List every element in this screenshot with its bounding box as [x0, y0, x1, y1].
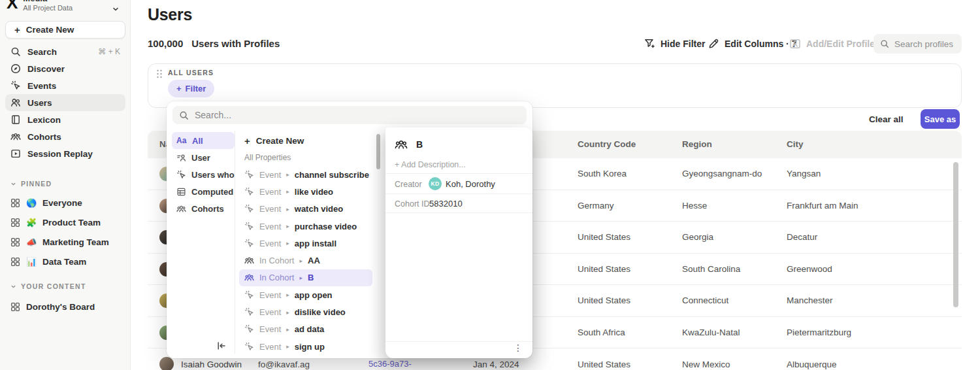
event-cursor-icon: [176, 170, 186, 180]
creator-label: Creator: [395, 180, 422, 189]
board-grid-icon: [10, 237, 20, 247]
sidebar-item-lexicon[interactable]: Lexicon: [5, 111, 125, 128]
sidebar-item-dorothys-board[interactable]: Dorothy's Board: [5, 297, 125, 316]
clear-all-button[interactable]: Clear all: [869, 114, 904, 124]
creator-avatar: KD: [429, 177, 442, 190]
plus-icon: +: [244, 136, 250, 146]
cohorts-icon: [395, 138, 408, 151]
avatar: [159, 357, 174, 370]
property-option-ad-data[interactable]: Event▸ad data: [239, 321, 372, 338]
category-cohorts[interactable]: Cohorts: [172, 200, 235, 217]
sidebar-item-everyone[interactable]: 🌎 Everyone: [5, 193, 125, 212]
cell-region: Georgia: [682, 222, 713, 253]
property-option-channel-subscribe[interactable]: Event▸channel subscribe: [239, 166, 372, 183]
divider: [385, 341, 532, 342]
property-option-dislike-video[interactable]: Event▸dislike video: [239, 303, 372, 320]
sidebar-item-search[interactable]: Search ⌘ + K: [5, 43, 125, 60]
dropdown-create-new[interactable]: + Create New: [239, 132, 372, 149]
board-grid-icon: [10, 257, 20, 267]
edit-columns-button[interactable]: Edit Columns · 7: [708, 38, 796, 49]
search-profiles-input[interactable]: [894, 39, 955, 49]
your-content-section-header[interactable]: YOUR CONTENT: [5, 279, 91, 294]
more-options-icon[interactable]: ⋮: [514, 343, 523, 352]
property-option-watch-video[interactable]: Event▸watch video: [239, 201, 372, 218]
event-cursor-icon: [244, 324, 254, 334]
workspace-subtitle: All Project Data: [23, 4, 73, 12]
board-grid-icon: [10, 302, 20, 312]
collapse-panel-icon[interactable]: [216, 341, 227, 351]
chevron-down-icon[interactable]: [112, 5, 120, 13]
property-option-sign-up[interactable]: Event▸sign up: [239, 338, 372, 355]
cohorts-icon: [244, 273, 254, 282]
sidebar-item-marketing-team[interactable]: 📣 Marketing Team: [5, 233, 125, 251]
add-filter-button[interactable]: + Filter: [168, 80, 214, 97]
cell-region: Gyeongsangnam-do: [682, 158, 762, 190]
category-user[interactable]: User: [172, 149, 235, 166]
sidebar-item-product-team[interactable]: 🧩 Product Team: [5, 213, 125, 231]
dropdown-search-input[interactable]: [195, 110, 520, 120]
sidebar-item-label: Dorothy's Board: [26, 302, 95, 312]
cell-country: United States: [578, 348, 630, 370]
dropdown-property-list: + Create New All Properties Event▸channe…: [239, 132, 372, 355]
drag-handle-icon[interactable]: [155, 69, 163, 79]
search-icon: [880, 39, 889, 48]
users-icon: [10, 97, 21, 108]
table-scrollbar[interactable]: [953, 162, 958, 307]
search-icon: [179, 110, 189, 120]
sidebar-item-label: Session Replay: [27, 149, 93, 159]
cohort-preview-popup: B + Add Description... Creator KD Koh, D…: [385, 127, 532, 358]
sidebar-item-users[interactable]: Users: [5, 94, 125, 111]
dropdown-search[interactable]: [172, 106, 527, 124]
cell-region: Connecticut: [682, 285, 728, 316]
user-count-label[interactable]: Users with Profiles: [191, 38, 280, 49]
cell-country: Germany: [578, 190, 614, 222]
property-option-app-install[interactable]: Event▸app install: [239, 235, 372, 252]
column-header-region[interactable]: Region: [682, 131, 712, 158]
category-all[interactable]: Aa All: [172, 132, 235, 149]
funnel-plus-icon: [644, 38, 655, 49]
cell-region: KwaZulu-Natal: [682, 317, 740, 348]
computed-icon: [176, 187, 186, 197]
add-edit-profile-button[interactable]: Add/Edit Profile: [789, 38, 875, 50]
sidebar-item-session-replay[interactable]: Session Replay: [5, 145, 125, 162]
hide-filter-label: Hide Filter: [661, 39, 705, 49]
create-new-label: Create New: [26, 25, 74, 35]
category-label: All: [192, 136, 203, 146]
sidebar-item-label: Cohorts: [27, 132, 61, 142]
sidebar-item-label: Search: [27, 47, 57, 57]
column-header-city[interactable]: City: [787, 131, 804, 158]
property-option-cohort-aa[interactable]: In Cohort▸AA: [239, 252, 372, 269]
media-logo: X: [7, 0, 17, 11]
dropdown-scrollbar[interactable]: [376, 134, 380, 169]
category-label: User: [191, 153, 210, 163]
property-option-like-video[interactable]: Event▸like video: [239, 183, 372, 200]
cell-region: Hesse: [682, 190, 707, 222]
plus-icon: +: [14, 25, 20, 35]
cell-country: United States: [578, 254, 630, 285]
sidebar-item-discover[interactable]: Discover: [5, 60, 125, 77]
create-new-button[interactable]: + Create New: [5, 21, 125, 39]
sidebar-item-cohorts[interactable]: Cohorts: [5, 128, 125, 145]
property-option-cohort-b[interactable]: In Cohort▸B: [239, 269, 372, 286]
add-description-link[interactable]: + Add Description...: [395, 160, 466, 169]
hide-filter-button[interactable]: Hide Filter: [644, 38, 705, 49]
event-cursor-icon: [244, 222, 254, 231]
divider: [235, 131, 235, 354]
cell-city: Greenwood: [787, 254, 832, 285]
pinned-section-header[interactable]: PINNED: [5, 177, 57, 191]
cohorts-icon: [10, 131, 21, 142]
property-option-app-open[interactable]: Event▸app open: [239, 286, 372, 303]
sidebar-item-data-team[interactable]: 📊 Data Team: [5, 252, 125, 271]
save-as-button[interactable]: Save as: [921, 109, 960, 129]
category-computed[interactable]: Computed: [172, 183, 235, 200]
add-edit-profile-label: Add/Edit Profile: [806, 39, 875, 49]
search-icon: [10, 46, 21, 57]
workspace-switcher[interactable]: X Media All Project Data: [7, 0, 73, 12]
search-profiles-box[interactable]: [874, 34, 962, 54]
divider: [385, 193, 532, 194]
cell-country: United States: [578, 285, 630, 316]
property-option-purchase-video[interactable]: Event▸purchase video: [239, 218, 372, 235]
column-header-country[interactable]: Country Code: [578, 131, 636, 158]
sidebar-item-events[interactable]: Events: [5, 77, 125, 94]
category-users-who-did[interactable]: Users who di...: [172, 166, 235, 183]
